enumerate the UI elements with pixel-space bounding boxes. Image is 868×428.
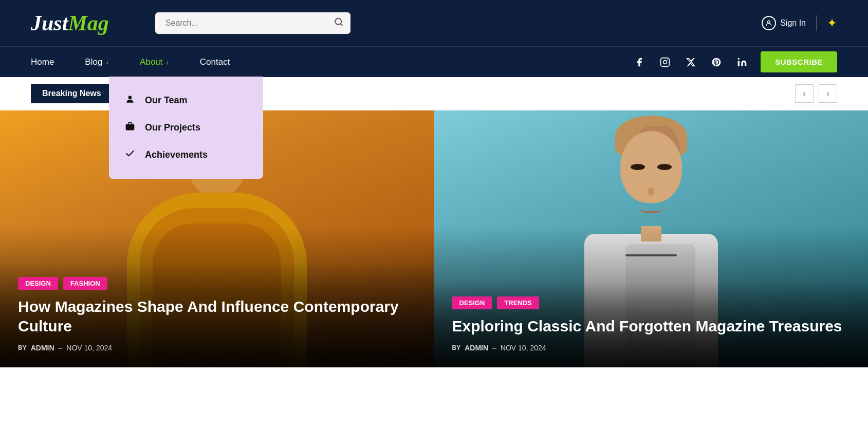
- dropdown-item-achievements[interactable]: Achievements: [109, 141, 263, 169]
- x-twitter-icon[interactable]: [684, 55, 698, 69]
- card-right-tag-trends[interactable]: TRENDS: [497, 296, 539, 309]
- nav-item-about[interactable]: About ↓: [140, 48, 169, 77]
- svg-point-9: [738, 58, 740, 59]
- card-right-overlay: DESIGN TRENDS Exploring Classic And Forg…: [434, 281, 869, 368]
- about-dropdown-menu: Our Team Our Projects Achievements: [109, 77, 263, 179]
- header-right: Sign In ✦: [762, 15, 837, 31]
- svg-line-1: [340, 24, 342, 25]
- facebook-icon[interactable]: [632, 55, 647, 69]
- card-right-dash: –: [492, 344, 496, 352]
- navigation: Home Blog ↓ About ↓ Our Team: [0, 46, 868, 77]
- dropdown-item-our-team[interactable]: Our Team: [109, 87, 263, 114]
- header-divider: [816, 15, 817, 31]
- card-left-tag-fashion[interactable]: FASHION: [63, 277, 107, 290]
- search-icon: [334, 17, 343, 27]
- svg-point-3: [128, 96, 132, 99]
- svg-point-2: [768, 21, 770, 23]
- card-left-overlay: DESIGN FASHION How Magazines Shape And I…: [0, 262, 434, 367]
- nav-item-contact[interactable]: Contact: [200, 48, 230, 77]
- svg-rect-8: [738, 61, 740, 66]
- nav-left: Home Blog ↓ About ↓ Our Team: [31, 48, 632, 77]
- search-button[interactable]: [334, 17, 343, 29]
- dropdown-item-achievements-label: Achievements: [145, 150, 208, 160]
- nav-contact-label: Contact: [200, 57, 230, 67]
- briefcase-icon: [124, 121, 136, 134]
- about-arrow-icon: ↓: [165, 58, 169, 66]
- theme-toggle-icon[interactable]: ✦: [827, 16, 837, 30]
- logo-mag: Mag: [68, 11, 108, 35]
- card-left-author[interactable]: ADMIN: [31, 344, 54, 352]
- card-right-tags: DESIGN TRENDS: [452, 296, 851, 309]
- ticker-next-button[interactable]: ›: [819, 84, 837, 103]
- search-input[interactable]: [155, 12, 350, 34]
- card-left-tag-design[interactable]: DESIGN: [18, 277, 58, 290]
- nav-item-about-wrapper: About ↓ Our Team Our Projects: [140, 48, 169, 77]
- card-right-by: BY: [452, 344, 461, 351]
- card-left-tags: DESIGN FASHION: [18, 277, 416, 290]
- breaking-news-badge: Breaking News: [31, 84, 113, 103]
- card-right-meta: BY ADMIN – NOV 10, 2024: [452, 344, 851, 352]
- card-right-date: NOV 10, 2024: [501, 344, 546, 352]
- card-right-title: Exploring Classic And Forgotten Magazine…: [452, 317, 851, 336]
- sign-in-circle-icon: [762, 16, 776, 30]
- nav-right: SUBSCRIBE: [632, 51, 837, 72]
- logo[interactable]: JustMag: [31, 11, 109, 35]
- sign-in-link[interactable]: Sign In: [762, 16, 806, 30]
- dropdown-item-our-projects-label: Our Projects: [145, 122, 200, 133]
- linkedin-icon[interactable]: [735, 55, 749, 69]
- sign-in-label: Sign In: [780, 18, 806, 28]
- header: JustMag Sign In ✦: [0, 0, 868, 46]
- nav-home-label: Home: [31, 57, 54, 67]
- nav-item-blog[interactable]: Blog ↓: [85, 48, 109, 77]
- search-container: [155, 12, 350, 34]
- nav-about-label: About: [140, 57, 162, 67]
- blog-arrow-icon: ↓: [105, 58, 109, 66]
- card-right-tag-design[interactable]: DESIGN: [452, 296, 492, 309]
- card-left-by: BY: [18, 344, 27, 351]
- card-left-dash: –: [59, 344, 63, 352]
- card-right[interactable]: DESIGN TRENDS Exploring Classic And Forg…: [434, 110, 869, 367]
- dropdown-item-our-team-label: Our Team: [145, 95, 188, 106]
- card-left-title: How Magazines Shape And Influence Contem…: [18, 297, 416, 336]
- pinterest-icon[interactable]: [709, 55, 724, 69]
- instagram-icon[interactable]: [658, 55, 672, 69]
- svg-point-6: [663, 60, 667, 64]
- ticker-navigation: ‹ ›: [795, 84, 837, 103]
- person-icon: [124, 94, 136, 107]
- nav-blog-label: Blog: [85, 57, 102, 67]
- card-left-date: NOV 10, 2024: [66, 344, 112, 352]
- dropdown-item-our-projects[interactable]: Our Projects: [109, 114, 263, 141]
- card-left-meta: BY ADMIN – NOV 10, 2024: [18, 344, 416, 352]
- logo-just: Just: [31, 11, 68, 35]
- svg-point-7: [667, 59, 668, 60]
- subscribe-button[interactable]: SUBSCRIBE: [761, 51, 837, 72]
- svg-rect-4: [126, 124, 135, 130]
- card-right-author[interactable]: ADMIN: [465, 344, 488, 352]
- nav-item-home[interactable]: Home: [31, 48, 54, 77]
- check-icon: [124, 148, 136, 161]
- svg-rect-5: [661, 58, 670, 66]
- ticker-prev-button[interactable]: ‹: [795, 84, 814, 103]
